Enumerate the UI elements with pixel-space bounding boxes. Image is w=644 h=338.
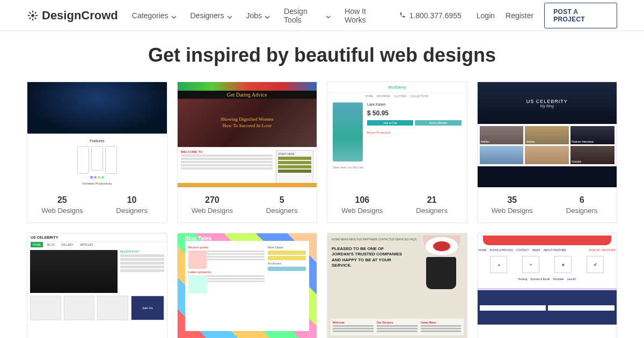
designers-count: 10	[127, 195, 137, 205]
gallery: Features Increase Productivity 25Web Des…	[0, 71, 644, 338]
nav-design-tools[interactable]: Design Tools	[284, 7, 331, 24]
design-thumbnail: HOMEPLANS & PRICINGCONTACTNEWSABOUT PANT…	[478, 233, 617, 338]
design-card[interactable]: ModSavvy HOMESHOPPINGCLOTHESCOLLECTIONS …	[327, 82, 467, 223]
phone-link[interactable]: 1.800.377.6955	[399, 11, 461, 20]
design-thumbnail: ModSavvy HOMESHOPPINGCLOTHESCOLLECTIONS …	[327, 82, 467, 187]
nav-jobs[interactable]: Jobs	[246, 11, 270, 20]
designs-count: 35	[507, 195, 517, 205]
phone-icon	[399, 11, 406, 20]
auth-controls: Login Register POST A PROJECT	[477, 3, 617, 28]
svg-line-8	[35, 12, 36, 13]
design-card[interactable]: Features Increase Productivity 25Web Des…	[27, 82, 167, 223]
nav-how-it-works[interactable]: How It Works	[345, 7, 385, 24]
design-card[interactable]: Blog Tales Recent posts Latest projects …	[177, 233, 318, 338]
logo-icon	[27, 10, 39, 21]
design-card[interactable]: US CELEBRITY HOMEBLOGGALLERYARTICLES REC…	[27, 233, 167, 338]
hero: Get inspired by beautiful web designs	[0, 31, 644, 71]
svg-line-7	[30, 17, 31, 19]
design-card[interactable]: HOMEPLANS & PRICINGCONTACTNEWSABOUT PANT…	[477, 233, 618, 338]
chevron-down-icon	[326, 13, 331, 18]
nav-categories[interactable]: Categories	[132, 11, 177, 20]
post-project-button[interactable]: POST A PROJECT	[544, 3, 617, 28]
design-thumbnail: US CELEBRITY HOMEBLOGGALLERYARTICLES REC…	[27, 233, 167, 338]
topbar: DesignCrowd Categories Designers Jobs De…	[0, 0, 644, 31]
register-link[interactable]: Register	[506, 11, 533, 20]
chevron-down-icon	[171, 13, 177, 18]
design-thumbnail: Features Increase Productivity	[27, 82, 167, 187]
page-title: Get inspired by beautiful web designs	[0, 44, 644, 67]
card-stats: 25Web Designs 10Designers	[27, 187, 167, 223]
design-thumbnail: US CELEBRITYMy Blog Articles Articles Fe…	[478, 82, 617, 187]
design-card[interactable]: HOME NEWS ABOUTUS PARTNERS CONTACTUS SER…	[327, 233, 467, 338]
svg-line-6	[35, 17, 36, 19]
designers-count: 6	[580, 195, 584, 205]
designs-count: 106	[355, 195, 370, 205]
svg-line-5	[30, 12, 31, 13]
card-stats: 35Web Designs 6Designers	[478, 187, 617, 223]
design-thumbnail: Blog Tales Recent posts Latest projects …	[178, 233, 317, 338]
phone-number: 1.800.377.6955	[409, 11, 461, 20]
card-stats: 106Web Designs 21Designers	[327, 187, 467, 223]
chevron-down-icon	[265, 13, 270, 18]
brand-logo[interactable]: DesignCrowd	[27, 9, 118, 23]
design-thumbnail: HOME NEWS ABOUTUS PARTNERS CONTACTUS SER…	[327, 233, 467, 338]
designers-count: 5	[280, 195, 284, 205]
login-link[interactable]: Login	[477, 11, 495, 20]
brand-name: DesignCrowd	[42, 9, 118, 23]
svg-point-0	[31, 14, 34, 17]
design-thumbnail: Get Dating Advice Showing Dignified Wome…	[178, 82, 317, 187]
design-card[interactable]: US CELEBRITYMy Blog Articles Articles Fe…	[477, 82, 618, 223]
designers-count: 21	[427, 195, 437, 205]
card-stats: 270Web Designs 5Designers	[178, 187, 317, 223]
primary-nav: Categories Designers Jobs Design Tools H…	[132, 7, 462, 24]
designs-count: 25	[57, 195, 67, 205]
chevron-down-icon	[227, 13, 232, 18]
design-card[interactable]: Get Dating Advice Showing Dignified Wome…	[177, 82, 318, 223]
nav-designers[interactable]: Designers	[191, 11, 232, 20]
designs-count: 270	[205, 195, 219, 205]
